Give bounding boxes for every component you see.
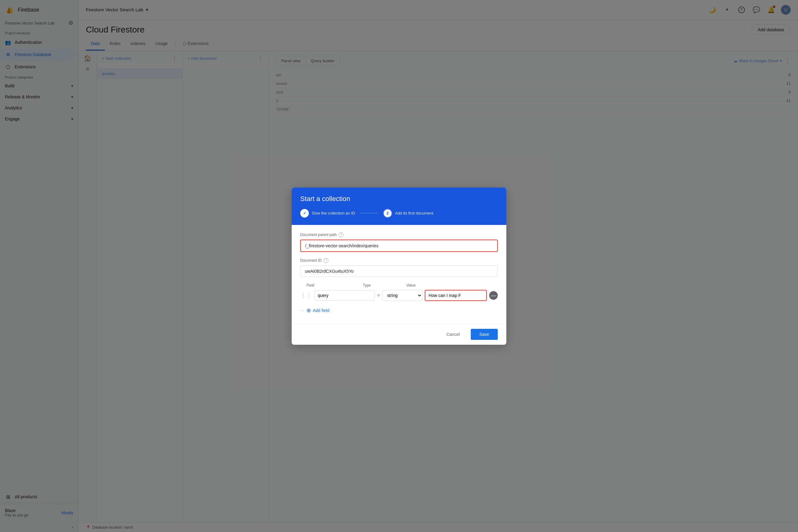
step-2: 2 Add its first document [383, 209, 433, 217]
field-drag-dots-icon[interactable]: ⋮⋮ [300, 292, 312, 299]
field-type-select[interactable]: string number boolean map array null tim… [382, 290, 422, 301]
main-content: Firestore Vector Search Lab ▾ 🌙 ✦ ? 💬 [78, 0, 798, 532]
field-header-type: Type [363, 283, 403, 287]
content-area: 🏠 ≡ + Start collection ⋮ queries [78, 51, 798, 522]
doc-parent-path-label-text: Document parent path [300, 233, 337, 237]
doc-id-label-text: Document ID [300, 258, 322, 263]
modal-backdrop: Start a collection ✓ Give the collection… [78, 51, 798, 522]
dialog-header: Start a collection ✓ Give the collection… [292, 188, 506, 225]
doc-id-group: Document ID ? [300, 258, 498, 277]
doc-id-label: Document ID ? [300, 258, 498, 263]
field-dots-icon: ··· [300, 308, 304, 313]
doc-id-input[interactable] [300, 265, 498, 277]
dialog-steps: ✓ Give the collection an ID 2 Add its fi… [300, 209, 498, 217]
step-connector [360, 213, 378, 213]
field-name-input[interactable] [314, 290, 375, 301]
doc-parent-path-group: Document parent path ? [300, 232, 498, 252]
add-field-label: Add field [313, 308, 329, 313]
equals-sign: = [377, 293, 380, 298]
cancel-button[interactable]: Cancel [439, 329, 467, 340]
step-1-label: Give the collection an ID [312, 211, 355, 215]
app-container: Firebase Firestore Vector Search Lab ⚙ P… [0, 0, 798, 532]
start-collection-dialog: Start a collection ✓ Give the collection… [292, 188, 506, 345]
doc-parent-path-input[interactable] [300, 240, 498, 252]
dialog-footer: Cancel Save [292, 324, 506, 345]
step-2-label: Add its first document [395, 211, 433, 215]
doc-parent-path-help-icon[interactable]: ? [339, 232, 344, 237]
field-header-field: Field [306, 283, 349, 287]
save-button[interactable]: Save [471, 329, 498, 340]
step-2-circle: 2 [383, 209, 392, 217]
field-headers: Field Type Value [300, 283, 498, 287]
field-value-input[interactable] [425, 290, 487, 301]
doc-parent-path-label: Document parent path ? [300, 232, 498, 237]
add-field-button[interactable]: ⊕ Add field [306, 305, 329, 316]
add-field-row: ··· ⊕ Add field [300, 305, 498, 316]
field-header-value: Value [406, 283, 498, 287]
field-row: ⋮⋮ = string number boolean map array nul… [300, 289, 498, 302]
doc-id-help-icon[interactable]: ? [324, 258, 328, 263]
dialog-body: Document parent path ? Document ID ? [292, 225, 506, 324]
step-1-circle: ✓ [300, 209, 309, 217]
add-field-plus-icon: ⊕ [306, 307, 311, 314]
step-1: ✓ Give the collection an ID [300, 209, 355, 217]
remove-field-button[interactable]: — [489, 291, 498, 300]
dialog-title: Start a collection [300, 195, 498, 203]
